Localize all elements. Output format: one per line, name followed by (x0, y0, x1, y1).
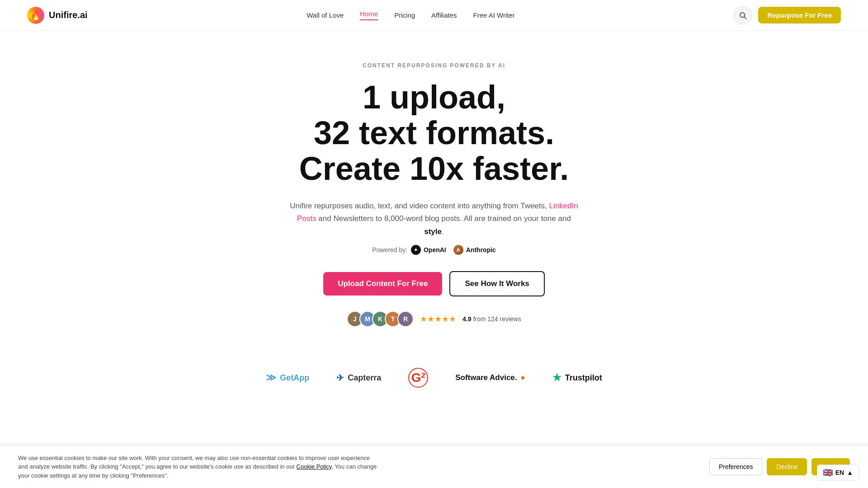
powered-by-row: Powered by: ✦ OpenAI A Anthropic (372, 245, 496, 255)
trustpilot-logo: ★ Trustpilot (552, 372, 602, 384)
nav-home[interactable]: Home (360, 10, 378, 20)
powered-by-label: Powered by: (372, 246, 407, 253)
search-button[interactable] (734, 6, 752, 24)
capterra-logo: ✈ Capterra (336, 372, 381, 383)
navbar: 🔥 Unifire.ai Wall of Love Home Pricing A… (0, 0, 868, 31)
see-how-button[interactable]: See How It Works (449, 271, 544, 296)
nav-wall-of-love[interactable]: Wall of Love (307, 11, 344, 19)
reviewer-avatars: J M K T R (347, 311, 414, 327)
openai-icon: ✦ (411, 245, 421, 255)
cta-buttons: Upload Content For Free See How It Works (323, 271, 545, 296)
review-count: from 124 reviews (473, 315, 521, 323)
software-advice-dot: ● (521, 373, 525, 382)
getapp-logo: ≫ GetApp (266, 372, 309, 384)
g2-logo: G² (408, 368, 428, 388)
getapp-label: GetApp (280, 373, 309, 383)
anthropic-label: Anthropic (466, 246, 496, 253)
trustpilot-label: Trustpilot (565, 373, 602, 383)
star-rating: ★★★★★ (420, 314, 456, 324)
anthropic-badge: A Anthropic (453, 245, 496, 255)
nav-pricing[interactable]: Pricing (394, 11, 415, 19)
g2-icon: G² (408, 368, 428, 388)
hero-eyebrow: CONTENT REPURPOSING POWERED BY AI (363, 62, 505, 69)
brand-logo[interactable]: 🔥 Unifire.ai (27, 7, 88, 24)
upload-content-button[interactable]: Upload Content For Free (323, 272, 442, 296)
nav-right: Repurpose For Free (734, 6, 841, 24)
avatar-5: R (397, 311, 414, 327)
openai-label: OpenAI (424, 246, 446, 253)
linkedin-link[interactable]: LinkedIn Posts (297, 202, 578, 223)
nav-affiliates[interactable]: Affiliates (431, 11, 457, 19)
hero-title: 1 upload, 32 text formats. Create 10x fa… (299, 80, 569, 187)
hero-title-line1: 1 upload, (363, 79, 505, 115)
powered-by-logos: ✦ OpenAI A Anthropic (411, 245, 496, 255)
anthropic-icon: A (453, 245, 463, 255)
hero-description: Unifire repurposes audio, text, and vide… (289, 200, 579, 239)
svg-line-1 (745, 17, 746, 19)
capterra-icon: ✈ (336, 372, 344, 383)
hero-title-line3: Create 10x faster. (299, 150, 569, 187)
trust-strip: ≫ GetApp ✈ Capterra G² Software Advice. … (0, 350, 868, 410)
openai-badge: ✦ OpenAI (411, 245, 446, 255)
hero-section: CONTENT REPURPOSING POWERED BY AI 1 uplo… (0, 31, 868, 350)
logo-icon: 🔥 (27, 7, 44, 24)
nav-links: Wall of Love Home Pricing Affiliates Fre… (307, 10, 515, 20)
repurpose-button[interactable]: Repurpose For Free (758, 7, 841, 23)
review-text: 4.9 from 124 reviews (462, 315, 521, 323)
software-advice-label: Software Advice. (455, 373, 517, 382)
capterra-label: Capterra (348, 373, 381, 383)
software-advice-logo: Software Advice. ● (455, 373, 525, 382)
hero-title-line2: 32 text formats. (314, 115, 554, 151)
trustpilot-star: ★ (552, 372, 561, 384)
nav-free-ai-writer[interactable]: Free AI Writer (473, 11, 515, 19)
getapp-icon: ≫ (266, 372, 276, 384)
reviews-row: J M K T R ★★★★★ 4.9 from 124 reviews (347, 311, 521, 327)
rating-number: 4.9 (462, 315, 471, 323)
brand-name: Unifire.ai (49, 10, 88, 20)
